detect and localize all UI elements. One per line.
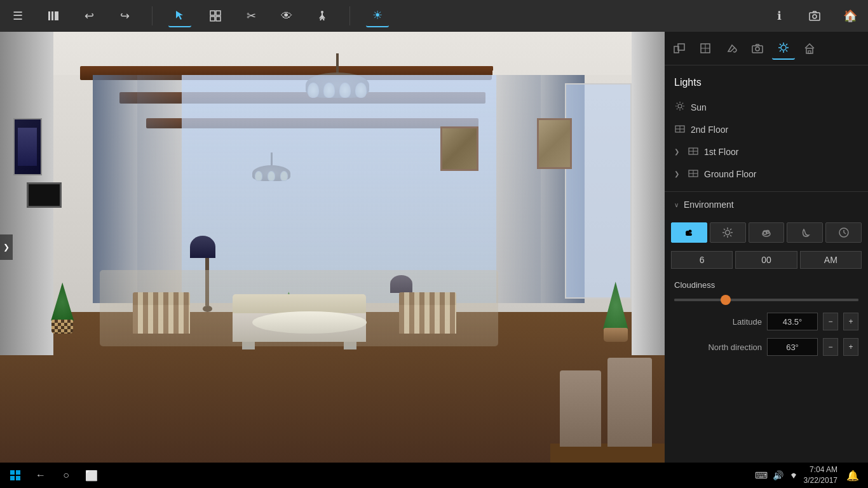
sun-item-label: Sun xyxy=(691,102,707,112)
clock: 7:04 AM 3/22/2017 xyxy=(804,464,837,486)
north-direction-value[interactable]: 63° xyxy=(767,338,818,356)
floor-plan-icon[interactable] xyxy=(694,37,717,60)
weather-btn-partly-cloudy[interactable] xyxy=(671,222,707,243)
svg-line-41 xyxy=(677,109,677,109)
start-button[interactable] xyxy=(5,465,25,485)
lights-panel-icon[interactable] xyxy=(772,37,795,60)
weather-btn-night[interactable] xyxy=(787,222,823,243)
svg-rect-0 xyxy=(48,11,50,20)
2nd-floor-icon xyxy=(674,123,686,135)
home-panel-icon[interactable] xyxy=(798,37,821,60)
weather-buttons xyxy=(665,217,868,248)
main-area: ❯ xyxy=(0,32,868,463)
svg-line-59 xyxy=(724,229,725,230)
wall-right xyxy=(632,32,665,355)
north-direction-minus-btn[interactable]: − xyxy=(823,338,838,356)
cloudiness-thumb[interactable] xyxy=(721,295,731,305)
task-view-btn[interactable]: ⬜ xyxy=(81,465,102,485)
1st-floor-label: 1st Floor xyxy=(704,147,738,157)
svg-rect-6 xyxy=(216,17,220,21)
light-item-2nd-floor[interactable]: 2nd Floor xyxy=(665,118,868,140)
weather-btn-sunny[interactable] xyxy=(710,222,746,243)
svg-point-33 xyxy=(678,104,682,108)
undo-icon[interactable]: ↩ xyxy=(78,4,100,27)
2nd-floor-label: 2nd Floor xyxy=(691,125,728,135)
volume-icon[interactable]: 🔊 xyxy=(773,470,783,480)
right-panel: Lights Sun 2nd Floor ❯ xyxy=(665,32,868,463)
toolbar-separator-2 xyxy=(349,6,350,25)
svg-line-62 xyxy=(724,235,725,236)
light-item-ground-floor[interactable]: ❯ Ground Floor xyxy=(665,163,868,185)
svg-line-39 xyxy=(682,109,683,109)
svg-rect-53 xyxy=(686,233,692,236)
screenshot-icon[interactable] xyxy=(803,4,826,27)
window-area xyxy=(93,75,585,303)
select-icon[interactable] xyxy=(168,4,191,27)
walk-icon[interactable] xyxy=(311,4,334,27)
svg-rect-69 xyxy=(10,470,15,475)
dining-table-area xyxy=(538,348,665,463)
svg-line-60 xyxy=(730,235,731,236)
north-direction-row: North direction 63° − + xyxy=(665,334,868,360)
svg-line-29 xyxy=(786,44,787,45)
svg-rect-3 xyxy=(210,11,215,15)
toolbar-separator-1 xyxy=(152,6,153,25)
cloudiness-slider[interactable] xyxy=(674,299,858,301)
home-icon[interactable]: 🏠 xyxy=(839,4,862,27)
svg-rect-13 xyxy=(810,13,820,20)
network-icon[interactable] xyxy=(789,470,799,482)
light-item-sun[interactable]: Sun xyxy=(665,96,868,118)
time-minutes[interactable]: 00 xyxy=(735,251,797,269)
svg-rect-4 xyxy=(216,11,220,15)
notification-btn[interactable]: 🔔 xyxy=(843,465,863,485)
svg-line-61 xyxy=(730,229,731,230)
svg-point-65 xyxy=(766,231,769,234)
panel-toolbar xyxy=(665,32,868,65)
paint-icon[interactable] xyxy=(720,37,743,60)
system-tray: ⌨ 🔊 xyxy=(755,470,799,482)
svg-point-52 xyxy=(689,230,692,233)
search-btn[interactable]: ○ xyxy=(56,465,76,485)
objects-icon[interactable] xyxy=(204,4,227,27)
light-item-1st-floor[interactable]: ❯ 1st Floor xyxy=(665,140,868,163)
back-taskbar-btn[interactable]: ← xyxy=(31,465,51,485)
weather-btn-clock[interactable] xyxy=(825,222,862,243)
environment-header[interactable]: ∨ Environment xyxy=(665,192,868,217)
keyboard-icon[interactable]: ⌨ xyxy=(755,470,768,480)
north-direction-plus-btn[interactable]: + xyxy=(843,338,858,356)
sun-item-icon xyxy=(674,101,686,113)
latitude-label: Latitude xyxy=(674,317,762,327)
library-icon[interactable] xyxy=(42,4,65,27)
info-icon[interactable]: ℹ xyxy=(768,4,790,27)
plant-potted-left xyxy=(46,276,78,334)
right-window xyxy=(565,83,632,299)
viewport[interactable]: ❯ xyxy=(0,32,665,463)
environment-section: ∨ Environment xyxy=(665,191,868,360)
side-nav-left[interactable]: ❯ xyxy=(0,234,13,260)
latitude-plus-btn[interactable]: + xyxy=(843,313,858,330)
top-toolbar: ☰ ↩ ↪ ✂ 👁 ☀ ℹ 🏠 xyxy=(0,0,868,32)
svg-point-54 xyxy=(726,231,730,235)
svg-rect-32 xyxy=(808,51,811,53)
redo-icon[interactable]: ↪ xyxy=(113,4,136,27)
objects-panel-icon[interactable] xyxy=(668,37,691,60)
latitude-minus-btn[interactable]: − xyxy=(823,313,838,330)
svg-point-22 xyxy=(781,45,786,50)
latitude-row: Latitude 43.5° − + xyxy=(665,309,868,334)
latitude-value[interactable]: 43.5° xyxy=(767,313,818,330)
painting-1 xyxy=(440,126,478,171)
time-hours[interactable]: 6 xyxy=(671,251,733,269)
scissors-icon[interactable]: ✂ xyxy=(240,4,262,27)
svg-rect-1 xyxy=(51,11,53,20)
time-period[interactable]: AM xyxy=(800,251,862,269)
ground-floor-expand-icon: ❯ xyxy=(674,170,679,177)
ground-floor-icon xyxy=(688,168,699,180)
sun-toolbar-icon[interactable]: ☀ xyxy=(366,4,389,27)
eye-icon[interactable]: 👁 xyxy=(275,4,298,27)
camera-panel-icon[interactable] xyxy=(746,37,769,60)
weather-btn-cloudy[interactable] xyxy=(749,222,785,243)
svg-point-14 xyxy=(813,15,817,18)
painting-2 xyxy=(537,118,572,169)
ground-floor-label: Ground Floor xyxy=(704,169,756,179)
hamburger-menu-icon[interactable]: ☰ xyxy=(6,4,29,27)
